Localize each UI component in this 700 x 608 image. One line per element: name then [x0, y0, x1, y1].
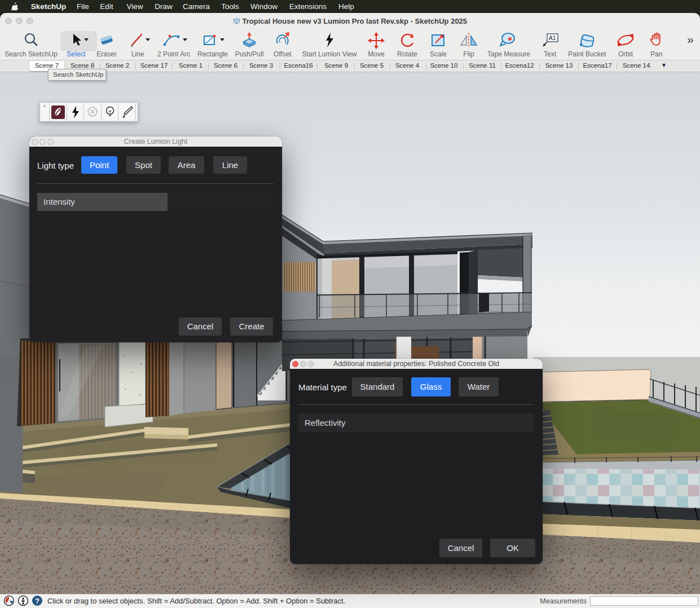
svg-text:?: ? [35, 597, 39, 605]
